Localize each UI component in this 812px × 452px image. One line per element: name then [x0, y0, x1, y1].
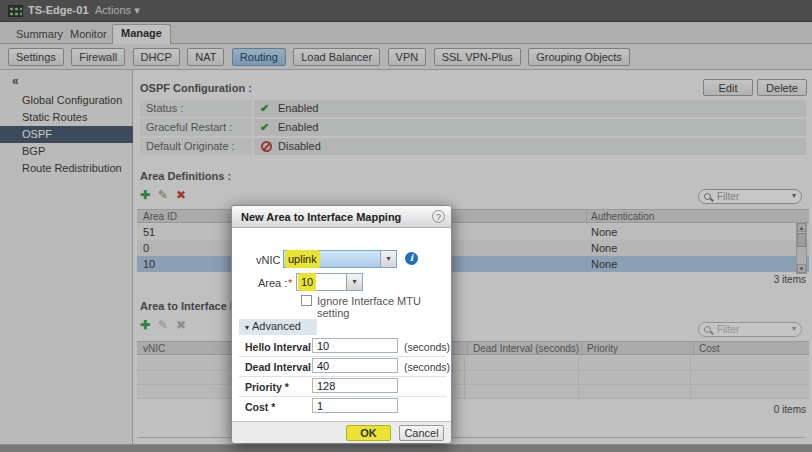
cost-label: Cost * [245, 401, 275, 413]
vnic-dropdown-icon[interactable]: ▾ [380, 251, 396, 267]
advanced-caret-icon: ▾ [245, 323, 249, 332]
cost-input[interactable]: 1 [312, 398, 398, 413]
advanced-section-toggle[interactable]: ▾Advanced [239, 319, 317, 335]
dead-interval-input[interactable]: 40 [312, 358, 398, 373]
dead-interval-label: Dead Interval * [245, 361, 318, 373]
area-value-highlighted: 10 [301, 276, 313, 288]
vnic-combobox[interactable]: uplink ▾ [283, 250, 397, 268]
hello-interval-label: Hello Interval * [245, 341, 318, 353]
area-dropdown-icon[interactable]: ▾ [346, 274, 362, 290]
dialog-titlebar[interactable]: New Area to Interface Mapping ? [232, 206, 451, 228]
priority-label: Priority * [245, 381, 289, 393]
hello-interval-input[interactable]: 10 [312, 338, 398, 353]
area-label: Area : [258, 277, 287, 289]
new-area-mapping-dialog: New Area to Interface Mapping ? vNIC : u… [231, 205, 452, 443]
ok-button[interactable]: OK [346, 425, 391, 441]
cancel-button[interactable]: Cancel [399, 425, 444, 441]
dialog-footer: OK Cancel [232, 421, 451, 443]
advanced-label: Advanced [252, 320, 301, 332]
vnic-value-highlighted: uplink [288, 253, 317, 265]
info-icon[interactable]: i [405, 252, 418, 265]
mtu-checkbox-label: Ignore Interface MTU setting [317, 295, 451, 319]
vnic-label: vNIC : [256, 254, 287, 266]
area-combobox[interactable]: 10 ▾ [296, 273, 363, 291]
required-marker: * [288, 277, 292, 289]
dialog-title: New Area to Interface Mapping [241, 211, 401, 223]
dead-interval-unit: (seconds) [404, 361, 450, 373]
priority-input[interactable]: 128 [312, 378, 398, 393]
mtu-checkbox[interactable] [301, 295, 312, 306]
help-icon[interactable]: ? [432, 210, 445, 223]
hello-interval-unit: (seconds) [404, 341, 450, 353]
